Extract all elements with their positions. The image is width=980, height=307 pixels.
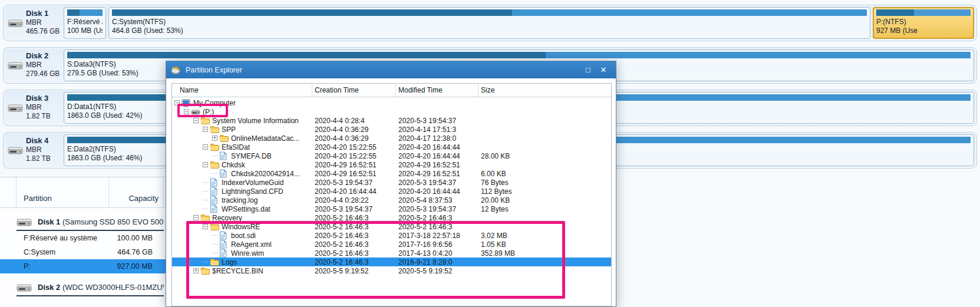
- tree-connector-line: [203, 262, 208, 262]
- tree-connector-line: [212, 156, 217, 156]
- tree-row-chkdsk2020042914-[interactable]: Chkdsk2020042914...2020-4-29 16:52:51202…: [172, 169, 611, 178]
- file-icon: [219, 151, 229, 160]
- disk-info: Disk 2MBR279.46 GB: [4, 48, 64, 83]
- dialog-titlebar[interactable]: Partition Explorer □ ✕: [166, 61, 616, 78]
- hard-disk-icon: [8, 103, 23, 115]
- tree-row-system-volume-information[interactable]: −System Volume Information2020-4-4 0:28:…: [172, 116, 611, 125]
- partition-label: C:System(NTFS): [112, 18, 867, 27]
- tree-name-cell: Logs: [172, 258, 312, 266]
- disk-type-label: MBR: [26, 103, 64, 112]
- tree-column-header-modified-time[interactable]: Modified Time: [396, 84, 479, 97]
- folder-icon: [210, 161, 219, 169]
- column-header-capacity[interactable]: Capacity: [109, 177, 164, 207]
- tree-row-my-computer[interactable]: −My Computer: [172, 98, 611, 107]
- partition-block-c-system-ntfs-[interactable]: C:System(NTFS)464.8 GB (Used: 53%): [108, 7, 870, 39]
- tree-indent: [172, 111, 184, 112]
- tree-indent: [172, 120, 193, 121]
- modified-time-cell: 2020-4-29 16:52:51: [396, 161, 479, 169]
- partition-table-row[interactable]: P:927.00 MB: [0, 259, 166, 273]
- modified-time-cell: 2020-5-3 19:54:37: [396, 117, 479, 125]
- tree-name-cell: boot.sdi: [172, 231, 312, 240]
- tree-row-wpsettings-dat[interactable]: WPSettings.dat2020-5-3 19:54:372020-5-3 …: [172, 204, 611, 213]
- tree-row-reagent-xml[interactable]: ReAgent.xml2020-5-2 16:46:32017-7-16 9:6…: [172, 240, 611, 249]
- disk-name-label: Disk 1: [26, 9, 64, 18]
- expand-toggle-icon[interactable]: +: [193, 268, 199, 273]
- folder-icon: [200, 117, 210, 124]
- tree-name-cell: WPSettings.dat: [172, 204, 312, 213]
- tree-name-cell: −System Volume Information: [172, 117, 312, 125]
- tree-name-cell: −EfaSIDat: [172, 143, 312, 151]
- partition-block-p-ntfs-[interactable]: P:(NTFS)927 MB (Use: [873, 7, 974, 39]
- tree-name-cell: Winre.wim: [172, 249, 312, 258]
- partition-row-name: C:System: [0, 248, 109, 256]
- tree-row-chkdsk[interactable]: −Chkdsk2020-4-29 16:52:512020-4-29 16:52…: [172, 160, 611, 169]
- tree-row-boot-sdi[interactable]: boot.sdi2020-5-2 16:46:32017-3-18 22:57:…: [172, 231, 611, 240]
- tree-row--recycle-bin[interactable]: +$RECYCLE.BIN2020-5-5 9:19:522020-5-5 9:…: [172, 266, 611, 275]
- tree-row--p-[interactable]: −(P:): [172, 107, 611, 116]
- collapse-toggle-icon[interactable]: −: [203, 144, 208, 150]
- tree-row-winre-wim[interactable]: Winre.wim2020-5-2 16:46:32017-4-13 0:4:2…: [172, 249, 611, 258]
- modified-time-cell: 2017-4-13 0:4:20: [396, 249, 479, 258]
- tree-row-tracking-log[interactable]: tracking.log2020-4-4 0:28:222020-5-4 8:3…: [172, 196, 611, 204]
- creation-time-cell: 2020-5-3 19:54:37: [312, 205, 396, 213]
- modified-time-cell: 2020-4-17 12:38:0: [396, 134, 479, 143]
- partition-block-f-r-serv-a[interactable]: F:Réservé a100 MB (Use: [64, 7, 106, 39]
- tree-row-efasidat[interactable]: −EfaSIDat2020-4-20 15:22:552020-4-20 16:…: [172, 143, 611, 151]
- hard-disk-icon: [8, 61, 23, 72]
- hard-disk-icon: [17, 283, 32, 295]
- tree-row-recovery[interactable]: −Recovery2020-5-2 16:46:32020-5-2 16:46:…: [172, 213, 611, 222]
- disk-type-label: MBR: [26, 61, 64, 70]
- collapse-toggle-icon[interactable]: −: [193, 215, 199, 220]
- tree-row-logs[interactable]: Logs2020-5-2 16:46:32016-9-21 8:28:0: [172, 258, 611, 266]
- collapse-toggle-icon[interactable]: −: [184, 109, 189, 114]
- partition-row-name: P:: [0, 262, 109, 270]
- tree-column-header-creation-time[interactable]: Creation Time: [312, 84, 396, 97]
- tree-row-indexervolumeguid[interactable]: IndexerVolumeGuid2020-5-3 19:54:372020-5…: [172, 178, 611, 187]
- partition-explorer-dialog: Partition Explorer □ ✕ NameCreation Time…: [166, 61, 616, 307]
- tree-indent: [172, 244, 212, 245]
- tree-item-label: My Computer: [193, 99, 236, 107]
- disk-group-header-2[interactable]: Disk 2 (WDC WD3000HLFS-01MZUV0 SA: [17, 280, 164, 296]
- tree-row-lightningsand-cfd[interactable]: LightningSand.CFD2020-4-20 16:44:442020-…: [172, 187, 611, 196]
- tree-column-header-size[interactable]: Size: [479, 84, 611, 97]
- expand-toggle-icon[interactable]: +: [212, 136, 217, 141]
- dialog-title: Partition Explorer: [186, 66, 580, 74]
- tree-connector-line: [203, 191, 208, 192]
- disk-group-header-1[interactable]: Disk 1 (Samsung SSD 850 EVO 500GB S: [17, 215, 164, 231]
- maximize-button[interactable]: □: [580, 64, 596, 76]
- collapse-toggle-icon[interactable]: −: [174, 100, 180, 105]
- file-tree-table: NameCreation TimeModified TimeSize −My C…: [171, 83, 612, 306]
- collapse-toggle-icon[interactable]: −: [203, 127, 208, 132]
- tree-row-windowsre[interactable]: −WindowsRE2020-5-2 16:46:32020-5-2 16:46…: [172, 222, 611, 231]
- collapse-toggle-icon[interactable]: −: [203, 224, 208, 229]
- tree-column-header-name[interactable]: Name: [172, 84, 312, 97]
- partition-row-capacity: 464.76 GB: [109, 248, 159, 256]
- partition-table-row[interactable]: F:Réservé au système100.00 MB: [0, 231, 166, 245]
- column-header-partition[interactable]: Partition: [17, 177, 109, 207]
- file-icon: [210, 196, 219, 204]
- disk-name-label: Disk 3: [26, 94, 64, 103]
- disk-info: Disk 3MBR1.82 TB: [4, 90, 64, 126]
- creation-time-cell: 2020-4-4 0:28:4: [312, 117, 396, 125]
- tree-name-cell: IndexerVolumeGuid: [172, 178, 312, 187]
- collapse-toggle-icon[interactable]: −: [193, 118, 199, 123]
- partition-detail: 100 MB (Use: [67, 27, 103, 35]
- creation-time-cell: 2020-4-20 16:44:44: [312, 187, 396, 196]
- collapse-toggle-icon[interactable]: −: [203, 162, 208, 167]
- file-icon: [210, 204, 219, 213]
- close-button[interactable]: ✕: [596, 64, 611, 76]
- hard-disk-icon: [8, 18, 23, 30]
- size-cell: 352.89 MB: [479, 249, 611, 258]
- partition-table-row[interactable]: C:System464.76 GB: [0, 245, 166, 259]
- partition-table-header: PartitionCapacity: [0, 177, 166, 208]
- tree-row-onlinemetadatacac-[interactable]: +OnlineMetadataCac...2020-4-4 0:36:29202…: [172, 134, 611, 143]
- tree-item-label: Chkdsk: [222, 161, 245, 169]
- tree-row-spp[interactable]: −SPP2020-4-4 0:36:292020-4-14 17:51:3: [172, 125, 611, 134]
- disk-row-1[interactable]: Disk 1MBR465.76 GBF:Réservé a100 MB (Use…: [3, 5, 977, 41]
- creation-time-cell: 2020-4-4 0:36:29: [312, 134, 396, 143]
- tree-item-label: Logs: [222, 258, 237, 266]
- tree-item-label: SPP: [222, 126, 236, 134]
- modified-time-cell: 2020-4-29 16:52:51: [396, 170, 479, 178]
- usage-bar-used: [67, 9, 80, 16]
- tree-row-symefa-db[interactable]: SYMEFA.DB2020-4-20 15:22:552020-4-20 16:…: [172, 151, 611, 160]
